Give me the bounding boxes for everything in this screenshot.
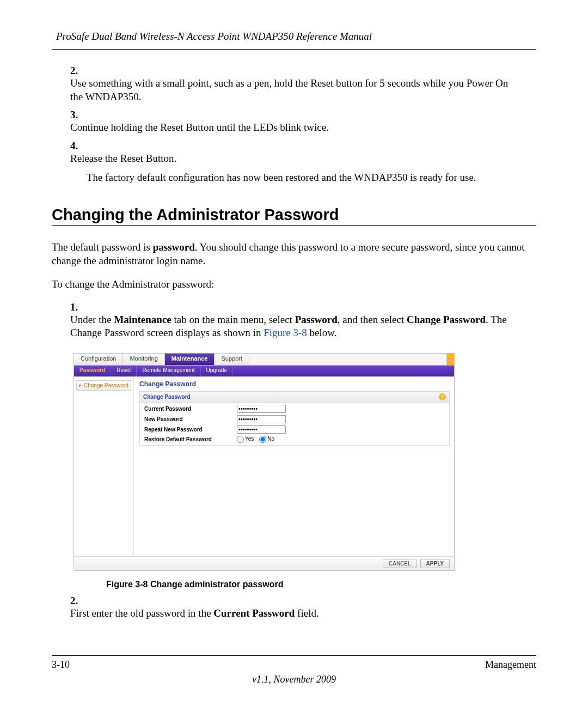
figure-caption: Figure 3-8 Change administrator password [106,580,536,589]
tab-configuration[interactable]: Configuration [74,354,123,365]
sidebar-item-label: Change Password [84,382,128,388]
change-pw-steps-list-2: 2. First enter the old password in the C… [70,595,536,620]
sidebar-item-change-password[interactable]: ▸ Change Password [76,380,131,391]
panel-body: Current Password New Password Repeat New… [140,403,449,445]
radio-yes-text: Yes [245,436,254,442]
divider [52,655,536,656]
step-text: Use something with a small point, such a… [70,77,518,104]
tab-support[interactable]: Support [215,354,249,365]
radio-yes-label[interactable]: Yes [237,436,254,443]
row-repeat-password: Repeat New Password [140,424,449,435]
radio-no-text: No [267,436,274,442]
new-password-input[interactable] [237,415,286,423]
paragraph: To change the Administrator password: [52,278,536,291]
screenshot-figure: Configuration Monitoring Maintenance Sup… [74,353,536,571]
text: field. [295,607,318,619]
step-number: 2. [70,595,87,607]
tab-monitoring[interactable]: Monitoring [123,354,164,365]
radio-no[interactable] [259,436,266,443]
step-number: 4. [70,140,87,152]
subtab-upgrade[interactable]: Upgrade [201,366,233,376]
subtab-password[interactable]: Password [74,366,111,376]
radio-no-label[interactable]: No [259,436,274,443]
step-text: Under the Maintenance tab on the main me… [70,313,518,340]
page-footer: 3-10 Management v1.1, November 2009 [52,654,536,685]
footer-section: Management [485,659,536,671]
panel-header: Change Password ? [140,392,449,403]
step-number: 3. [70,109,87,121]
step-text: Continue holding the Reset Button until … [70,121,518,135]
change-pw-steps-list: 1. Under the Maintenance tab on the main… [70,301,536,340]
panel-title: Change Password [143,394,191,400]
subtab-reset[interactable]: Reset [111,366,137,376]
app-body: ▸ Change Password Change Password Change… [74,376,454,556]
step-text: Release the Reset Button. [70,152,518,166]
text: First enter the old password in the [70,607,213,619]
divider [52,225,536,226]
text-bold: Change Password [407,314,486,325]
help-icon[interactable]: ? [439,393,446,400]
change-password-panel: Change Password ? Current Password New P… [139,391,450,446]
subtab-remote-management[interactable]: Remote Management [137,366,200,376]
sidebar: ▸ Change Password [74,377,134,556]
step-number: 2. [70,65,87,77]
text-bold: Current Password [213,607,295,619]
doc-header-title: ProSafe Dual Band Wireless-N Access Poin… [52,31,536,48]
row-restore-default: Restore Default Password Yes No [140,435,449,444]
page-title: Change Password [139,379,450,391]
row-new-password: New Password [140,414,449,424]
step-number: 1. [70,301,87,313]
text: tab on the main menu, select [171,314,295,325]
label-restore-default: Restore Default Password [144,436,237,442]
text: The default password is [52,241,153,253]
row-current-password: Current Password [140,404,449,414]
label-repeat-password: Repeat New Password [144,427,237,433]
help-corner-icon[interactable] [446,354,454,366]
paragraph: The factory default configuration has no… [87,171,536,185]
repeat-password-input[interactable] [237,425,286,434]
content-area: Change Password Change Password ? Curren… [134,377,454,556]
paragraph: The default password is password. You sh… [52,241,536,267]
chevron-right-icon: ▸ [79,382,82,388]
text: , and then select [338,314,407,325]
divider [52,49,536,50]
cancel-button[interactable]: CANCEL [383,559,417,568]
main-tabbar: Configuration Monitoring Maintenance Sup… [74,354,454,366]
radio-yes[interactable] [237,436,244,443]
label-new-password: New Password [144,416,237,422]
page-number: 3-10 [52,659,70,671]
label-current-password: Current Password [144,406,237,412]
app-footer: CANCEL APPLY [74,556,454,570]
text: below. [307,327,337,338]
tab-maintenance[interactable]: Maintenance [165,354,215,365]
app-window: Configuration Monitoring Maintenance Sup… [74,353,455,571]
footer-version: v1.1, November 2009 [52,674,536,685]
apply-button[interactable]: APPLY [420,559,450,568]
current-password-input[interactable] [237,405,286,413]
text-bold: Password [295,314,338,325]
section-heading: Changing the Administrator Password [52,206,536,224]
step-text: First enter the old password in the Curr… [70,607,518,620]
text-bold: password [153,241,195,253]
sub-tabbar: Password Reset Remote Management Upgrade [74,366,454,376]
reset-steps-list: 2. Use something with a small point, suc… [70,65,536,166]
figure-link[interactable]: Figure 3-8 [264,327,307,338]
text: Under the [70,314,114,325]
text-bold: Maintenance [114,314,171,325]
